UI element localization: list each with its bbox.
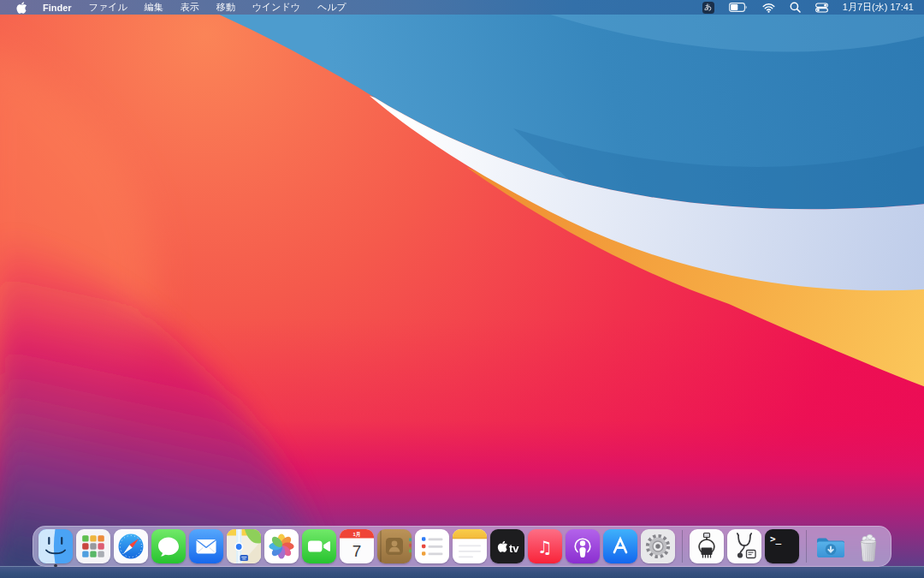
apple-logo-icon xyxy=(16,2,27,14)
terminal-prompt-glyph: >_ xyxy=(770,533,782,545)
dock-facetime-icon[interactable] xyxy=(302,529,336,563)
wifi-icon[interactable] xyxy=(762,3,775,13)
menu-file[interactable]: ファイル xyxy=(80,0,136,15)
dock-safari-icon[interactable] xyxy=(114,529,148,563)
wallpaper xyxy=(0,0,924,578)
menu-bar-status: あ xyxy=(702,0,924,15)
dock-diagnostics-utility-icon[interactable] xyxy=(727,529,761,563)
wallpaper-bottom-strip xyxy=(0,566,924,578)
menu-app-finder[interactable]: Finder xyxy=(34,0,80,15)
apple-menu[interactable] xyxy=(9,0,34,15)
dock-separator xyxy=(678,528,686,564)
dock-downloads-folder-icon[interactable] xyxy=(814,529,848,563)
control-center-icon[interactable] xyxy=(815,3,828,13)
menu-window[interactable]: ウインドウ xyxy=(244,0,309,15)
dock-finder-icon[interactable] xyxy=(38,529,73,563)
dock-hardware-utility-icon[interactable] xyxy=(690,529,724,563)
dock-terminal-icon[interactable]: >_ xyxy=(765,529,799,563)
desktop: Finder ファイル 編集 表示 移動 ウインドウ ヘルプ あ xyxy=(0,0,924,578)
menu-view[interactable]: 表示 xyxy=(172,0,208,15)
dock-podcasts-icon[interactable] xyxy=(566,529,600,563)
dock-app-store-icon[interactable] xyxy=(603,529,637,563)
dock-trash-full-icon[interactable] xyxy=(851,529,886,563)
dock-launchpad-icon[interactable] xyxy=(76,529,110,563)
dock-reminders-icon[interactable] xyxy=(415,529,449,563)
dock-tv-icon[interactable]: tv xyxy=(490,529,524,563)
menu-bar: Finder ファイル 編集 表示 移動 ウインドウ ヘルプ あ xyxy=(0,0,924,15)
calendar-day-label: 7 xyxy=(352,542,362,560)
dock-messages-icon[interactable] xyxy=(151,529,186,563)
dock-calendar-icon[interactable]: 1月 7 xyxy=(340,529,374,563)
dock-contacts-icon[interactable] xyxy=(377,529,412,563)
menu-help[interactable]: ヘルプ xyxy=(309,0,355,15)
dock-photos-icon[interactable] xyxy=(264,529,299,563)
menu-bar-left: Finder ファイル 編集 表示 移動 ウインドウ ヘルプ xyxy=(0,0,355,15)
dock-notes-icon[interactable] xyxy=(453,529,487,563)
menu-go[interactable]: 移動 xyxy=(208,0,244,15)
wallpaper-art xyxy=(0,0,924,578)
music-note-glyph: ♫ xyxy=(537,537,553,557)
dock: 1月 7 xyxy=(33,526,891,567)
tv-label: tv xyxy=(509,542,519,555)
menu-edit[interactable]: 編集 xyxy=(136,0,172,15)
dock-music-icon[interactable]: ♫ xyxy=(528,529,562,563)
calendar-month-label: 1月 xyxy=(352,531,360,538)
menu-bar-clock[interactable]: 1月7日(水) 17:41 xyxy=(843,1,914,14)
dock-separator xyxy=(803,528,810,564)
battery-icon[interactable] xyxy=(729,3,748,12)
spotlight-icon[interactable] xyxy=(790,2,801,13)
dock-maps-icon[interactable] xyxy=(227,529,261,563)
dock-mail-icon[interactable] xyxy=(189,529,223,563)
dock-system-preferences-icon[interactable] xyxy=(641,529,675,563)
input-method-icon[interactable]: あ xyxy=(702,2,714,14)
running-indicator xyxy=(54,564,57,568)
